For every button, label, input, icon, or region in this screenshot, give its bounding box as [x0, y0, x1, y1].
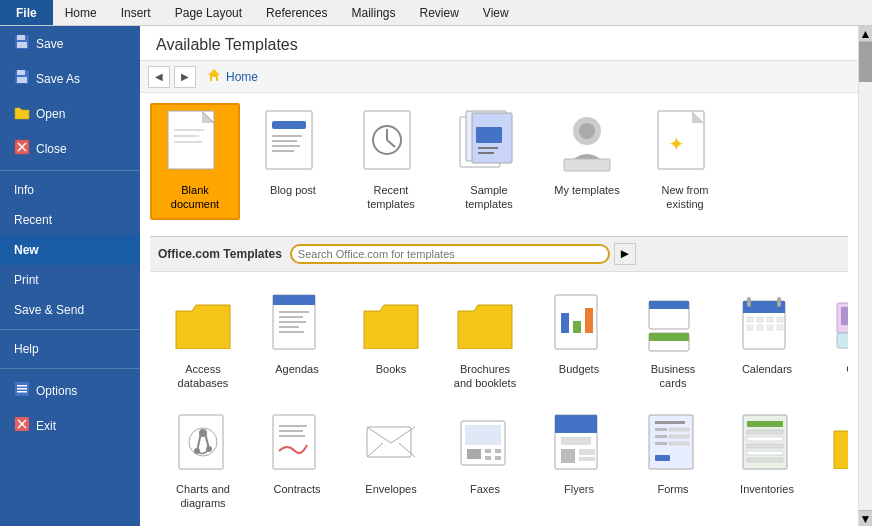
sidebar-new[interactable]: New [0, 235, 140, 265]
svg-rect-118 [747, 430, 783, 434]
sidebar-recent[interactable]: Recent [0, 205, 140, 235]
template-my[interactable]: My templates [542, 103, 632, 220]
template-blog[interactable]: Blog post [248, 103, 338, 220]
svg-rect-50 [279, 331, 304, 333]
template-more-1[interactable] [816, 402, 848, 519]
template-inventories[interactable]: Inventories [722, 402, 812, 519]
template-new-from[interactable]: ✦ New fromexisting [640, 103, 730, 220]
svg-rect-53 [573, 321, 581, 333]
sidebar-info[interactable]: Info [0, 175, 140, 205]
svg-rect-36 [478, 147, 498, 149]
sidebar-info-label: Info [14, 183, 34, 197]
nav-back-button[interactable]: ◀ [148, 66, 170, 88]
svg-rect-99 [485, 456, 491, 460]
nav-bar: ◀ ▶ Home [140, 61, 858, 93]
new-from-icon: ✦ [651, 111, 719, 179]
sidebar-save[interactable]: Save [0, 26, 140, 61]
sidebar-close[interactable]: Close [0, 131, 140, 166]
nav-forward-button[interactable]: ▶ [174, 66, 196, 88]
access-db-label: Accessdatabases [178, 362, 229, 391]
menu-home[interactable]: Home [53, 0, 109, 25]
svg-rect-54 [585, 308, 593, 333]
svg-rect-1 [17, 35, 25, 40]
svg-rect-106 [579, 457, 595, 461]
svg-rect-112 [669, 435, 689, 438]
svg-rect-49 [279, 326, 299, 328]
svg-rect-63 [747, 317, 753, 322]
sidebar-help[interactable]: Help [0, 334, 140, 364]
sidebar-save-as[interactable]: Save As [0, 61, 140, 96]
scroll-thumb[interactable] [859, 42, 872, 82]
template-books[interactable]: Books [346, 282, 436, 399]
template-cards[interactable]: Cards [816, 282, 848, 399]
office-section: Office.com Templates ► [150, 236, 848, 526]
sidebar-save-send-label: Save & Send [14, 303, 84, 317]
cards-icon [827, 290, 848, 358]
template-sample[interactable]: Sampletemplates [444, 103, 534, 220]
menu-insert[interactable]: Insert [109, 0, 163, 25]
sidebar-print-label: Print [14, 273, 39, 287]
scroll-up-button[interactable]: ▲ [859, 26, 872, 42]
sidebar-open[interactable]: Open [0, 96, 140, 131]
svg-rect-26 [272, 145, 300, 147]
svg-rect-12 [17, 391, 27, 393]
forms-icon [639, 410, 707, 478]
template-agendas[interactable]: Agendas [252, 282, 342, 399]
template-access-db[interactable]: Accessdatabases [158, 282, 248, 399]
sidebar-close-label: Close [36, 142, 67, 156]
agendas-icon [263, 290, 331, 358]
inventories-label: Inventories [740, 482, 794, 496]
menu-mailings[interactable]: Mailings [339, 0, 407, 25]
save-icon [14, 34, 30, 53]
close-icon [14, 139, 30, 158]
template-brochures[interactable]: Brochuresand booklets [440, 282, 530, 399]
search-go-button[interactable]: ► [614, 243, 636, 265]
template-faxes[interactable]: Faxes [440, 402, 530, 519]
svg-rect-80 [179, 415, 223, 469]
menu-review[interactable]: Review [407, 0, 470, 25]
template-business-cards[interactable]: Businesscards [628, 282, 718, 399]
svg-rect-108 [655, 421, 685, 424]
svg-rect-122 [747, 458, 783, 462]
svg-rect-2 [17, 42, 27, 48]
svg-rect-47 [279, 316, 303, 318]
agendas-label: Agendas [275, 362, 318, 376]
menu-references[interactable]: References [254, 0, 339, 25]
template-forms[interactable]: Forms [628, 402, 718, 519]
template-charts[interactable]: Charts anddiagrams [158, 402, 248, 519]
svg-rect-95 [465, 425, 501, 445]
app-body: Save Save As Open Close Info Recent [0, 26, 872, 526]
menu-view[interactable]: View [471, 0, 521, 25]
sidebar-divider-3 [0, 368, 140, 369]
office-section-title: Office.com Templates [158, 247, 282, 261]
home-icon [206, 67, 222, 86]
search-input[interactable] [298, 248, 602, 260]
template-recent[interactable]: Recenttemplates [346, 103, 436, 220]
sidebar-save-send[interactable]: Save & Send [0, 295, 140, 325]
scrollbar[interactable]: ▲ ▼ [858, 26, 872, 526]
search-box-wrap: ► [290, 243, 840, 265]
scroll-track [859, 42, 872, 510]
sidebar-options[interactable]: Options [0, 373, 140, 408]
sidebar-print[interactable]: Print [0, 265, 140, 295]
scroll-down-button[interactable]: ▼ [859, 510, 872, 526]
svg-rect-24 [272, 135, 302, 137]
recent-label: Recenttemplates [367, 183, 415, 212]
sidebar-exit[interactable]: Exit [0, 408, 140, 443]
recent-icon [357, 111, 425, 179]
svg-rect-48 [279, 321, 306, 323]
template-flyers[interactable]: Flyers [534, 402, 624, 519]
template-budgets[interactable]: Budgets [534, 282, 624, 399]
nav-home-button[interactable]: Home [200, 65, 264, 88]
office-templates-grid: Accessdatabases [150, 272, 848, 526]
template-contracts[interactable]: Contracts [252, 402, 342, 519]
template-calendars[interactable]: Calendars [722, 282, 812, 399]
template-envelopes[interactable]: Envelopes [346, 402, 436, 519]
svg-rect-46 [279, 311, 309, 313]
menu-page-layout[interactable]: Page Layout [163, 0, 254, 25]
file-menu[interactable]: File [0, 0, 53, 25]
sidebar-new-label: New [14, 243, 39, 257]
template-blank[interactable]: Blankdocument [150, 103, 240, 220]
svg-rect-87 [273, 415, 315, 469]
budgets-label: Budgets [559, 362, 599, 376]
